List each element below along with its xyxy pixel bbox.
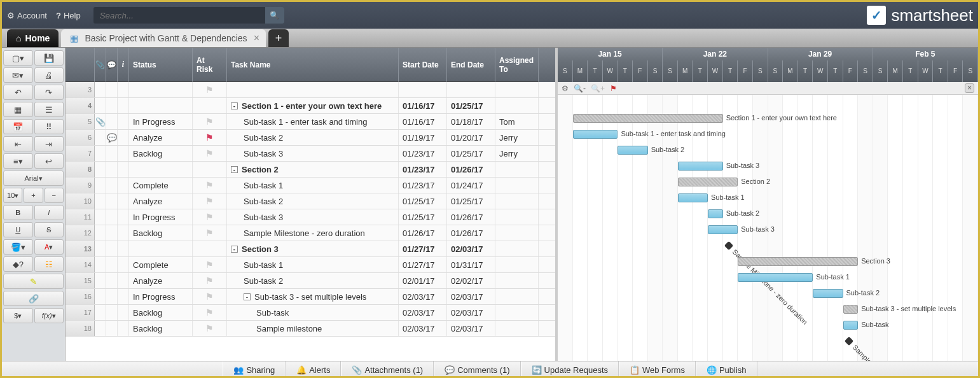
- cell-comment[interactable]: [106, 225, 118, 241]
- cell-info[interactable]: [118, 178, 129, 193]
- row-number[interactable]: 12: [66, 225, 95, 241]
- gantt-row[interactable]: Sub-task 1: [558, 270, 978, 286]
- cell-atrisk[interactable]: ⚑: [193, 305, 227, 320]
- tool-indent[interactable]: ⇥: [34, 136, 64, 151]
- cell-taskname[interactable]: -Section 2: [227, 162, 399, 177]
- expand-icon[interactable]: -: [244, 293, 251, 300]
- cell-taskname[interactable]: Sub-task 2: [227, 273, 399, 288]
- add-tab-button[interactable]: +: [268, 29, 289, 47]
- grid-row[interactable]: 5📎In Progress⚑Sub-task 1 - enter task an…: [66, 114, 555, 130]
- cell-taskname[interactable]: -Section 1 - enter your own text here: [227, 98, 399, 113]
- cell-enddate[interactable]: 01/26/17: [447, 225, 495, 241]
- cell-attach[interactable]: [95, 273, 106, 288]
- col-attach[interactable]: 📎: [95, 48, 106, 82]
- fontsize-inc[interactable]: +: [24, 188, 43, 203]
- grid-row[interactable]: 10Analyze⚑Sub-task 201/25/1701/25/17: [66, 193, 555, 209]
- gantt-row[interactable]: Sub-task 2: [558, 206, 978, 222]
- cell-info[interactable]: [118, 193, 129, 209]
- link-button[interactable]: 🔗: [3, 291, 64, 306]
- gantt-bar[interactable]: Section 3: [738, 257, 858, 266]
- cell-status[interactable]: [129, 162, 193, 177]
- cell-assigned[interactable]: [495, 273, 539, 288]
- gantt-settings-icon[interactable]: ⚙: [562, 84, 569, 93]
- cell-assigned[interactable]: [495, 289, 539, 304]
- cell-comment[interactable]: [106, 146, 118, 161]
- strike-button[interactable]: S: [34, 222, 64, 237]
- gantt-bar[interactable]: Sub-task 3: [678, 162, 723, 171]
- gantt-bar[interactable]: Section 1 - enter your own text here: [573, 114, 723, 123]
- cell-info[interactable]: [118, 82, 129, 97]
- row-number[interactable]: 15: [66, 273, 95, 288]
- cell-assigned[interactable]: Jerry: [495, 130, 539, 145]
- cell-atrisk[interactable]: ⚑: [193, 257, 227, 272]
- cell-comment[interactable]: 💬: [106, 130, 118, 145]
- cell-taskname[interactable]: Sample milestone: [227, 321, 399, 336]
- updaterequests-button[interactable]: 🔄Update Requests: [521, 361, 619, 379]
- row-number[interactable]: 13: [66, 241, 95, 256]
- cell-enddate[interactable]: 02/03/17: [447, 321, 495, 336]
- gantt-today-icon[interactable]: ⚑: [610, 84, 617, 93]
- cell-startdate[interactable]: 01/23/17: [399, 146, 447, 161]
- gantt-bar[interactable]: Section 2: [678, 178, 738, 186]
- gantt-close-button[interactable]: ×: [965, 83, 974, 93]
- gantt-row[interactable]: Sub-task 3 - set multiple levels: [558, 302, 978, 318]
- cell-taskname[interactable]: Sub-task: [227, 305, 399, 320]
- cell-comment[interactable]: [106, 241, 118, 256]
- cell-status[interactable]: [129, 98, 193, 113]
- cell-taskname[interactable]: Sub-task 1: [227, 257, 399, 272]
- tool-sheet[interactable]: ▢▾: [3, 50, 33, 66]
- italic-button[interactable]: I: [34, 205, 64, 220]
- cell-taskname[interactable]: Sub-task 3: [227, 146, 399, 161]
- grid-row[interactable]: 8-Section 201/23/1701/26/17: [66, 162, 555, 178]
- cell-info[interactable]: [118, 241, 129, 256]
- highlight-button[interactable]: ✎: [3, 274, 64, 289]
- cell-atrisk[interactable]: ⚑: [193, 193, 227, 209]
- cell-enddate[interactable]: 01/24/17: [447, 178, 495, 193]
- cell-taskname[interactable]: Sub-task 2: [227, 130, 399, 145]
- grid-row[interactable]: 13-Section 301/27/1702/03/17: [66, 241, 555, 257]
- cell-comment[interactable]: [106, 178, 118, 193]
- gantt-bar[interactable]: Sub-task 1: [678, 193, 708, 202]
- tool-outdent[interactable]: ⇤: [3, 136, 33, 151]
- gantt-row[interactable]: Section 1 - enter your own text here: [558, 111, 978, 127]
- cell-assigned[interactable]: [495, 82, 539, 97]
- row-number[interactable]: 7: [66, 146, 95, 161]
- cell-atrisk[interactable]: ⚑: [193, 178, 227, 193]
- search-input[interactable]: [93, 11, 265, 20]
- cell-info[interactable]: [118, 146, 129, 161]
- cell-atrisk[interactable]: ⚑: [193, 114, 227, 129]
- cell-atrisk[interactable]: ⚑: [193, 321, 227, 336]
- cell-taskname[interactable]: -Section 3: [227, 241, 399, 256]
- row-number[interactable]: 11: [66, 209, 95, 225]
- cell-enddate[interactable]: 01/26/17: [447, 209, 495, 225]
- tool-card[interactable]: ⠿: [34, 119, 64, 134]
- cell-attach[interactable]: [95, 209, 106, 225]
- fillcolor-button[interactable]: 🪣▾: [3, 239, 33, 255]
- cell-assigned[interactable]: [495, 193, 539, 209]
- gantt-row[interactable]: Section 2: [558, 174, 978, 190]
- cell-startdate[interactable]: 02/01/17: [399, 273, 447, 288]
- format-bars[interactable]: ☷: [34, 256, 64, 272]
- cell-taskname[interactable]: Sample Milestone - zero duration: [227, 225, 399, 241]
- cell-assigned[interactable]: [495, 225, 539, 241]
- cell-taskname[interactable]: -Sub-task 3 - set multiple levels: [227, 289, 399, 304]
- cell-enddate[interactable]: 01/26/17: [447, 162, 495, 177]
- gantt-bar[interactable]: Sub-task: [843, 321, 859, 330]
- gantt-row[interactable]: Section 3: [558, 254, 978, 270]
- row-number[interactable]: 17: [66, 305, 95, 320]
- row-number[interactable]: 5: [66, 114, 95, 129]
- row-number[interactable]: 18: [66, 321, 95, 336]
- row-number[interactable]: 10: [66, 193, 95, 209]
- cell-assigned[interactable]: [495, 98, 539, 113]
- cell-startdate[interactable]: 02/03/17: [399, 289, 447, 304]
- cell-comment[interactable]: [106, 162, 118, 177]
- cell-status[interactable]: Complete: [129, 178, 193, 193]
- cell-info[interactable]: [118, 162, 129, 177]
- gantt-bar[interactable]: Sub-task 2: [708, 209, 723, 218]
- cell-enddate[interactable]: 01/25/17: [447, 193, 495, 209]
- sharing-button[interactable]: 👥Sharing: [223, 361, 286, 379]
- grid-row[interactable]: 14Complete⚑Sub-task 101/27/1701/31/17: [66, 257, 555, 273]
- gantt-bar[interactable]: Sub-task 2: [618, 146, 647, 155]
- tool-wrap[interactable]: ↩: [34, 153, 64, 169]
- cell-assigned[interactable]: [495, 305, 539, 320]
